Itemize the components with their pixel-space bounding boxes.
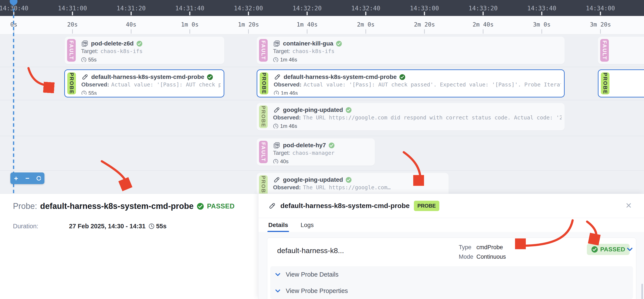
relative-time-tick-label: 3m 0s xyxy=(533,21,550,28)
card-meta-label: Target: xyxy=(81,48,98,54)
fault-icon xyxy=(273,142,280,149)
absolute-time-tick-label: 14:31:20 xyxy=(117,5,146,12)
clock-icon xyxy=(273,124,278,128)
card-meta-value: chaos-k8s-ifs xyxy=(292,48,335,54)
fault-card[interactable]: FAULT pod-delete-z6d Target: chaos-k8s-i… xyxy=(65,37,224,64)
probe-detail-name: default-harness-k8... xyxy=(277,246,344,255)
probe-badge: PROBE xyxy=(601,72,610,94)
probe-icon xyxy=(274,73,281,81)
fault-badge: FAULT xyxy=(600,39,609,62)
card-meta-value: Actual value: '[Pass]: AUT check passed'… xyxy=(304,81,561,88)
relative-time-tick-label: 2m 40s xyxy=(472,21,494,28)
card-duration: 1m 46s xyxy=(280,123,297,128)
relative-time-tick-label: 1m 0s xyxy=(181,21,198,28)
relative-time-tick-label: 1m 40s xyxy=(296,21,318,28)
duration-time: 55s xyxy=(156,223,166,230)
type-label: Type xyxy=(459,244,476,251)
zoom-in-button[interactable]: + xyxy=(11,173,21,184)
chaos-experiment-timeline-view: 14:30:40 14:31:00 14:31:20 14:31:40 14:3… xyxy=(0,0,644,299)
check-circle-icon xyxy=(346,177,352,183)
expand-row-label: View Probe Properties xyxy=(286,287,348,295)
absolute-time-tick-label: 14:33:20 xyxy=(469,5,498,12)
probe-details-title: default-harness-k8s-system-cmd-probe xyxy=(280,202,410,210)
passed-status-pill: PASSED xyxy=(587,244,630,255)
mode-value: Continuous xyxy=(476,254,506,260)
expand-row[interactable]: View Probe Details xyxy=(270,266,633,283)
axis-tick xyxy=(307,29,308,34)
passed-status-text: PASSED xyxy=(600,246,625,253)
card-duration: 1m 46s xyxy=(281,90,298,95)
card-meta-label: Observed: xyxy=(273,114,301,121)
chevron-down-icon[interactable] xyxy=(274,271,281,278)
probe-card[interactable]: PROBE google-ping-updated Observed: The … xyxy=(257,103,565,130)
card-meta-value: The URL https://google.com did respond w… xyxy=(303,114,562,121)
fault-badge: FAULT xyxy=(259,39,268,62)
card-duration: 40s xyxy=(280,158,288,163)
probe-icon xyxy=(81,73,89,81)
probe-details-header: default-harness-k8s-system-cmd-probe PRO… xyxy=(258,194,644,218)
probe-card[interactable]: PROBE xyxy=(598,69,644,97)
fault-card[interactable]: FAULT xyxy=(598,37,644,64)
zoom-reset-button[interactable] xyxy=(34,173,44,184)
probe-card[interactable]: PROBE default-harness-k8s-system-cmd-pro… xyxy=(64,69,224,97)
card-meta-value: chaos-k8s-ifs xyxy=(100,48,143,54)
relative-time-tick-label: 20s xyxy=(67,21,78,28)
axis-tick xyxy=(541,12,542,15)
check-circle-icon xyxy=(197,203,204,210)
axis-tick xyxy=(600,12,601,15)
axis-tick xyxy=(542,29,542,34)
tab-logs[interactable]: Logs xyxy=(301,218,314,232)
fault-card[interactable]: FAULT container-kill-gua Target: chaos-k… xyxy=(257,37,565,64)
absolute-time-tick-label: 14:33:00 xyxy=(410,5,439,12)
mode-label: Mode xyxy=(459,254,476,260)
card-duration: 55s xyxy=(88,90,97,95)
probe-details-content: default-harness-k8... Type cmdProbe Mode… xyxy=(258,232,644,299)
axis-tick xyxy=(483,12,484,15)
card-title: default-harness-k8s-system-cmd-probe xyxy=(91,73,204,80)
axis-tick xyxy=(366,29,366,34)
probe-details-tabs: DetailsLogs xyxy=(258,218,644,232)
absolute-time-tick-label: 14:32:40 xyxy=(351,5,380,12)
chevron-down-icon[interactable] xyxy=(626,246,634,254)
expand-row-label: View Probe Details xyxy=(286,271,338,278)
check-circle-icon xyxy=(328,142,335,149)
chevron-down-icon[interactable] xyxy=(274,288,281,294)
probe-name: default-harness-k8s-system-cmd-probe xyxy=(40,202,194,211)
close-icon[interactable]: ✕ xyxy=(626,201,632,210)
axis-tick xyxy=(190,29,190,34)
card-meta-value: chaos-manager xyxy=(292,150,335,156)
axis-tick xyxy=(600,29,601,34)
probe-badge: PROBE xyxy=(259,105,268,128)
axis-tick xyxy=(131,12,132,15)
card-content: google-ping-updated Observed: The URL ht… xyxy=(273,106,562,128)
absolute-time-tick-label: 14:32:20 xyxy=(293,5,322,12)
probe-icon xyxy=(268,202,276,210)
probe-card[interactable]: PROBE default-harness-k8s-system-cmd-pro… xyxy=(257,69,565,97)
card-title: default-harness-k8s-system-cmd-probe xyxy=(284,73,396,80)
zoom-out-button[interactable]: − xyxy=(23,173,32,184)
clock-icon xyxy=(81,90,87,95)
card-content: default-harness-k8s-system-cmd-probe Obs… xyxy=(274,73,561,95)
expand-row[interactable]: View Probe Properties xyxy=(270,283,633,299)
axis-tick xyxy=(248,29,249,34)
axis-tick xyxy=(424,29,425,34)
card-content: pod-delete-hy7 Target: chaos-manager 40s xyxy=(273,141,372,163)
fault-card[interactable]: FAULT pod-delete-hy7 Target: chaos-manag… xyxy=(257,138,375,166)
axis-tick xyxy=(248,12,249,15)
absolute-time-tick-label: 14:32:00 xyxy=(234,5,263,12)
absolute-time-tick-label: 14:31:00 xyxy=(58,5,87,12)
card-title: pod-delete-hy7 xyxy=(283,142,326,149)
card-meta-label: Observed: xyxy=(81,81,109,88)
axis-tick xyxy=(72,12,73,15)
scrollbar-thumb[interactable] xyxy=(642,284,643,299)
probe-detail-card: default-harness-k8... Type cmdProbe Mode… xyxy=(267,238,636,299)
axis-tick xyxy=(483,29,484,34)
clock-icon xyxy=(81,57,86,62)
tab-details[interactable]: Details xyxy=(268,218,288,232)
check-circle-icon xyxy=(591,246,598,253)
card-title: container-kill-gua xyxy=(283,40,333,47)
probe-summary-title: Probe: default-harness-k8s-system-cmd-pr… xyxy=(13,202,235,211)
zoom-controls: + − xyxy=(10,172,44,184)
status-badge: PASSED xyxy=(207,202,235,210)
clock-icon xyxy=(274,90,279,95)
